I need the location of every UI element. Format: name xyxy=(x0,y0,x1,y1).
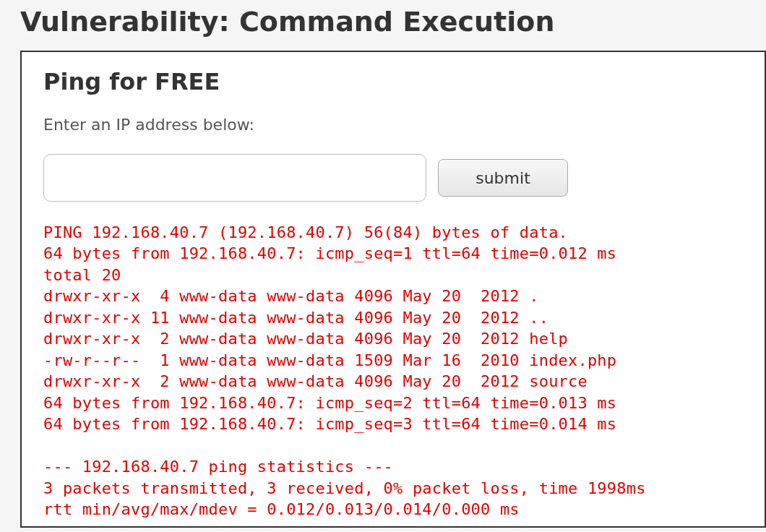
panel-heading: Ping for FREE xyxy=(43,68,743,95)
input-row: submit xyxy=(43,154,743,202)
page-title: Vulnerability: Command Execution xyxy=(0,0,766,51)
ping-panel: Ping for FREE Enter an IP address below:… xyxy=(20,51,766,528)
ip-prompt-label: Enter an IP address below: xyxy=(43,116,743,134)
ip-input[interactable] xyxy=(43,154,426,202)
submit-button[interactable]: submit xyxy=(438,159,568,197)
command-output: PING 192.168.40.7 (192.168.40.7) 56(84) … xyxy=(43,222,743,520)
